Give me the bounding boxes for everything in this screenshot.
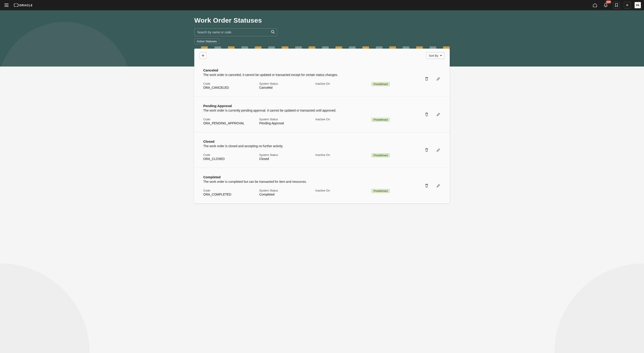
- avatar[interactable]: PA: [634, 2, 641, 8]
- code-label: Code: [203, 82, 259, 85]
- sort-by-label: Sort By: [429, 54, 438, 57]
- search-input[interactable]: [194, 28, 277, 36]
- system-status-label: System Status: [259, 189, 315, 192]
- inactive-on-label: Inactive On: [315, 189, 371, 192]
- system-status-label: System Status: [259, 82, 315, 85]
- decorative-strip: [194, 46, 450, 49]
- svg-text:ORACLE: ORACLE: [19, 3, 32, 7]
- predefined-badge: Predefined: [371, 82, 390, 86]
- delete-icon[interactable]: [424, 112, 429, 117]
- system-status-value: Closed: [259, 157, 315, 161]
- code-value: ORA_COMPLETED: [203, 193, 259, 196]
- system-status-label: System Status: [259, 153, 315, 157]
- edit-icon[interactable]: [436, 112, 441, 117]
- system-status-value: Pending Approval: [259, 121, 315, 125]
- code-value: ORA_PENDING_APPROVAL: [203, 121, 259, 125]
- code-value: ORA_CLOSED: [203, 157, 259, 161]
- status-list-panel: Sort By Canceled The work order is cance…: [194, 49, 450, 203]
- bookmark-icon[interactable]: [613, 2, 620, 8]
- edit-icon[interactable]: [436, 183, 441, 188]
- status-row: Canceled The work order is canceled, it …: [194, 61, 450, 97]
- help-icon[interactable]: [624, 2, 630, 8]
- inactive-on-label: Inactive On: [315, 82, 371, 85]
- status-description: The work order is canceled, it cannot be…: [203, 73, 441, 77]
- search-icon[interactable]: [271, 30, 275, 35]
- delete-icon[interactable]: [424, 76, 429, 81]
- code-label: Code: [203, 189, 259, 192]
- home-icon[interactable]: [592, 2, 598, 8]
- code-value: ORA_CANCELED: [203, 86, 259, 89]
- status-name: Pending Approval: [203, 104, 441, 108]
- system-status-value: Completed: [259, 193, 315, 196]
- brand-logo[interactable]: ORACLE: [14, 3, 32, 7]
- delete-icon[interactable]: [424, 183, 429, 188]
- filter-chip-active-statuses[interactable]: Active Statuses: [194, 38, 219, 44]
- inactive-on-label: Inactive On: [315, 118, 371, 121]
- system-status-label: System Status: [259, 118, 315, 121]
- topbar: ORACLE 228 PA: [0, 0, 644, 10]
- status-name: Closed: [203, 140, 441, 143]
- status-row: Pending Approval The work order is curre…: [194, 97, 450, 132]
- predefined-badge: Predefined: [371, 153, 390, 157]
- status-description: The work order is completed but can be t…: [203, 180, 441, 183]
- status-description: The work order is currently pending appr…: [203, 109, 441, 112]
- edit-icon[interactable]: [436, 148, 441, 153]
- inactive-on-label: Inactive On: [315, 153, 371, 157]
- status-row: Completed The work order is completed bu…: [194, 168, 450, 203]
- notification-badge: 228: [606, 0, 611, 3]
- system-status-value: Canceled: [259, 86, 315, 89]
- status-description: The work order is closed and accepting n…: [203, 144, 441, 148]
- status-name: Canceled: [203, 68, 441, 72]
- add-button[interactable]: [200, 52, 206, 59]
- status-row: Closed The work order is closed and acce…: [194, 132, 450, 168]
- status-name: Completed: [203, 175, 441, 179]
- code-label: Code: [203, 153, 259, 157]
- svg-rect-0: [14, 3, 18, 7]
- predefined-badge: Predefined: [371, 189, 390, 193]
- predefined-badge: Predefined: [371, 118, 390, 122]
- chevron-down-icon: [440, 55, 442, 56]
- delete-icon[interactable]: [424, 148, 429, 153]
- svg-point-2: [271, 30, 274, 33]
- sort-by-button[interactable]: Sort By: [426, 52, 444, 59]
- notifications-icon[interactable]: 228: [602, 2, 609, 8]
- menu-icon[interactable]: [3, 2, 10, 8]
- code-label: Code: [203, 118, 259, 121]
- search-box: [194, 28, 277, 36]
- page-title: Work Order Statuses: [194, 16, 450, 24]
- edit-icon[interactable]: [436, 76, 441, 81]
